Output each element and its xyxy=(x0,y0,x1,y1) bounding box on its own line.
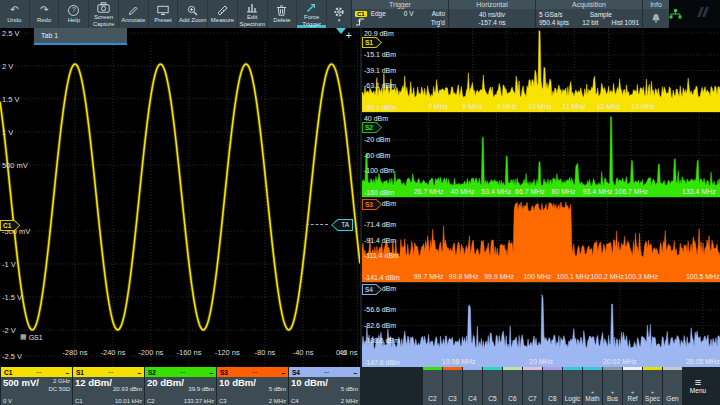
badge-options-icon[interactable]: ⋯ xyxy=(156,369,209,375)
channel-button-c3[interactable]: C3 xyxy=(443,367,462,405)
horizontal-section[interactable]: Horizontal 40 ns/div -157.4 ns xyxy=(448,0,535,28)
db-axis-tick-label: -63.1 dBm xyxy=(364,82,396,89)
channel-button-c4[interactable]: C4 xyxy=(463,367,482,405)
spectrum-badge-s2[interactable]: S2 ⋯ – 20 dBm/ 39.9 dBm C2 133.37 kHz xyxy=(145,367,216,405)
db-axis-tick-label: -100 dBm xyxy=(364,167,394,174)
spectrum-badge-s3[interactable]: S3 ⋯ – 10 dBm/ 5 dBm C3 2 MHz xyxy=(217,367,288,405)
settings-gear-button[interactable]: ▾ xyxy=(327,0,351,28)
trigger-section[interactable]: Trigger C1 Edge 0 V Auto xyxy=(351,0,448,28)
logic-button[interactable]: Logic xyxy=(563,367,582,405)
measure-label: Measure xyxy=(211,17,234,24)
acquisition-section[interactable]: Acquisition 5 GSa/s Sample 950.4 kpts 12… xyxy=(535,0,642,28)
db-axis-tick-label: -91.4 dBm xyxy=(364,237,396,244)
horizontal-scale: 40 ns/div xyxy=(479,11,505,18)
rohde-schwarz-logo xyxy=(694,5,712,23)
add-zoom-button[interactable]: Add Zoom xyxy=(178,0,208,28)
magnifier-icon xyxy=(187,4,198,16)
spectrum-panel-s2[interactable]: 40 dBm-20 dBm-60 dBm-100 dBm-160 dBm26.7… xyxy=(362,113,720,198)
undo-icon: ↶ xyxy=(10,4,18,16)
tab-bar: Tab 1 + xyxy=(0,28,360,45)
trigger-title: Trigger xyxy=(352,0,448,9)
channel-button-c6[interactable]: C6 xyxy=(503,367,522,405)
badge-options-icon[interactable]: ⋯ xyxy=(84,369,137,375)
trigger-position-marker[interactable] xyxy=(336,28,346,34)
measure-button[interactable]: Measure xyxy=(208,0,238,28)
add-ref-button[interactable]: +Ref xyxy=(623,367,642,405)
help-label: Help xyxy=(68,17,80,24)
gen-button[interactable]: Gen xyxy=(663,367,682,405)
freq-axis-tick-label: 99.8 MHz xyxy=(449,273,479,280)
freq-axis-tick-label: 9 MHz xyxy=(497,103,518,110)
spectrum-panel-s1[interactable]: 20.9 dBm-15.1 dBm-39.1 dBm-63.1 dBm-99.1… xyxy=(362,28,720,113)
badge-minimize-icon[interactable]: – xyxy=(281,369,285,376)
screen-capture-button[interactable]: Screen Capture xyxy=(89,0,119,28)
freq-axis-tick-label: 12 MHz xyxy=(597,103,621,110)
channel-button-c2[interactable]: C2 xyxy=(423,367,442,405)
menu-button[interactable]: ≡ Menu xyxy=(683,367,713,405)
add-spec-button[interactable]: +Spec xyxy=(643,367,662,405)
force-trigger-icon xyxy=(306,1,317,13)
db-axis-tick-label: -108.6 dBm xyxy=(364,337,400,344)
badge-options-icon[interactable]: ⋯ xyxy=(12,369,65,375)
ruler-icon xyxy=(217,4,228,16)
y-axis-tick-label: 1.5 V xyxy=(2,95,20,104)
gear-icon xyxy=(333,6,345,18)
badge-minimize-icon[interactable]: – xyxy=(65,369,69,376)
db-axis-tick-label: -39.1 dBm xyxy=(364,67,396,74)
badge-minimize-icon[interactable]: – xyxy=(137,369,141,376)
add-math-button[interactable]: +Math xyxy=(583,367,602,405)
force-trigger-label: Force Trigger xyxy=(302,14,321,27)
edit-spectrum-button[interactable]: Edit Spectrum xyxy=(238,0,268,28)
bottom-bar: C1 ⋯ – 500 mV/ 2 GHz DC 50Ω 0 V S1 ⋯ – 1… xyxy=(0,367,720,405)
gear-caret-icon: ▾ xyxy=(338,18,341,23)
badge-minimize-icon[interactable]: – xyxy=(209,369,213,376)
spectrum-area: 20.9 dBm-15.1 dBm-39.1 dBm-63.1 dBm-99.1… xyxy=(360,28,720,367)
channel-badge-c1[interactable]: C1 ⋯ – 500 mV/ 2 GHz DC 50Ω 0 V xyxy=(1,367,72,405)
info-section[interactable]: Info xyxy=(642,0,669,28)
tab-1[interactable]: Tab 1 xyxy=(34,28,127,45)
redo-button[interactable]: ↷ Redo xyxy=(30,0,60,28)
channel-button-c7[interactable]: C7 xyxy=(523,367,542,405)
acquisition-rate: 5 GSa/s xyxy=(539,11,562,18)
badge-options-icon[interactable]: ⋯ xyxy=(228,369,281,375)
waveform-display[interactable]: 2.5 V2 V1.5 V1 V500 mV-500 mV-1 V-1.5 V-… xyxy=(0,28,360,367)
badge-options-icon[interactable]: ⋯ xyxy=(300,369,353,375)
db-axis-tick-label: 20.9 dBm xyxy=(364,30,394,37)
x-axis-tick-label: -80 ns xyxy=(255,348,276,357)
spectrum-panel-s3[interactable]: -41.4 dBm-71.4 dBm-91.4 dBm-111.4 dBm-14… xyxy=(362,198,720,283)
notification-bell-icon[interactable] xyxy=(651,13,661,25)
help-button[interactable]: ? Help xyxy=(59,0,89,28)
edit-spectrum-label: Edit Spectrum xyxy=(239,14,265,27)
redo-icon: ↷ xyxy=(40,4,48,16)
force-trigger-button[interactable]: Force Trigger xyxy=(297,0,327,28)
freq-axis-tick-label: 106.7 MHz xyxy=(614,188,648,195)
redo-label: Redo xyxy=(37,17,51,24)
y-axis-tick-label: -1.5 V xyxy=(2,293,22,302)
channel-button-c8[interactable]: C8 xyxy=(543,367,562,405)
spectrum-panel-s4[interactable]: -17.6 dBm-56.6 dBm-82.6 dBm-108.6 dBm-14… xyxy=(362,283,720,367)
preset-button[interactable]: Preset xyxy=(149,0,179,28)
y-axis-tick-label: 2 V xyxy=(2,62,13,71)
db-axis-tick-label: -99.1 dBm xyxy=(364,104,396,111)
db-axis-tick-label: -20 dBm xyxy=(364,136,390,143)
oscilloscope-app: ↶ Undo ↷ Redo ? Help Screen Capture xyxy=(0,0,720,405)
annotate-button[interactable]: Annotate xyxy=(119,0,149,28)
add-bus-button[interactable]: +Bus xyxy=(603,367,622,405)
horizontal-position: -157.4 ns xyxy=(478,19,505,26)
y-axis-tick-label: -2.5 V xyxy=(2,352,22,361)
spectrum-badge-s4[interactable]: S4 ⋯ – 10 dBm/ 5 dBm C4 2 MHz xyxy=(289,367,360,405)
y-axis-tick-label: -2 V xyxy=(2,326,16,335)
freq-axis-tick-label: 99.9 MHz xyxy=(484,273,514,280)
trigger-mode: Auto xyxy=(432,10,445,17)
delete-button[interactable]: Delete xyxy=(268,0,298,28)
db-axis-tick-label: -15.1 dBm xyxy=(364,51,396,58)
badge-minimize-icon[interactable]: – xyxy=(353,369,357,376)
network-status-icon xyxy=(669,5,682,23)
freq-axis-tick-label: 19.98 MHz xyxy=(442,358,476,365)
undo-button[interactable]: ↶ Undo xyxy=(0,0,30,28)
trash-icon xyxy=(276,4,287,16)
spectrum-badge-s1[interactable]: S1 ⋯ – 12 dBm/ 20.93 dBm C1 10.01 kHz xyxy=(73,367,144,405)
top-bar: ↶ Undo ↷ Redo ? Help Screen Capture xyxy=(0,0,720,28)
channel-button-c5[interactable]: C5 xyxy=(483,367,502,405)
add-tab-button[interactable]: + xyxy=(346,29,352,42)
